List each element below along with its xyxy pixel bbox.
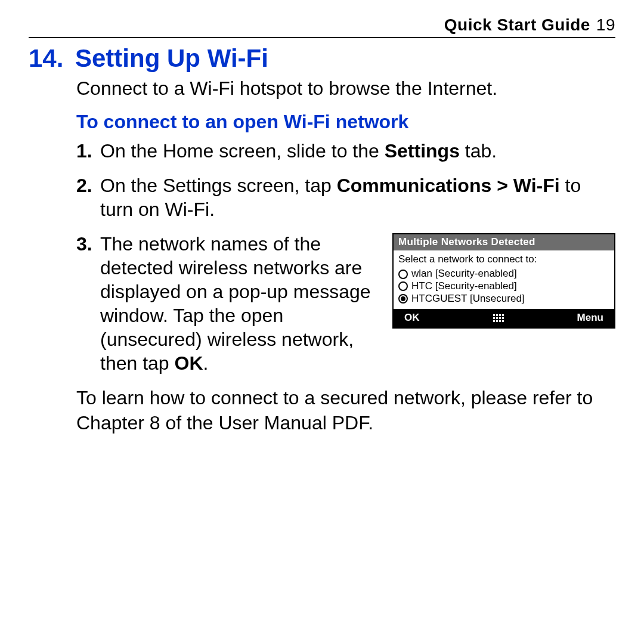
step-number: 2. [76, 174, 94, 221]
step-number: 3. [76, 232, 94, 375]
network-option[interactable]: HTCGUEST [Unsecured] [398, 293, 609, 305]
ok-button[interactable]: OK [404, 312, 420, 324]
step-body: On the Home screen, slide to the Setting… [100, 139, 615, 163]
menu-button[interactable]: Menu [577, 312, 603, 324]
header-label: Quick Start Guide [444, 16, 590, 35]
network-label: HTCGUEST [Unsecured] [411, 293, 525, 305]
popup-prompt: Select a network to connect to: [398, 254, 609, 265]
step-2: 2. On the Settings screen, tap Communica… [76, 174, 615, 221]
apps-grid-icon[interactable] [493, 314, 504, 322]
header-page-number: 19 [596, 16, 615, 35]
closing-paragraph: To learn how to connect to a secured net… [76, 386, 615, 435]
subheading: To connect to an open Wi-Fi network [76, 111, 615, 133]
popup-footer: OK Menu [394, 309, 614, 327]
step-text-pre: On the Home screen, slide to the [100, 140, 385, 162]
step-3: 3. The network names of the detected wir… [76, 232, 615, 375]
manual-page: Quick Start Guide 19 14. Setting Up Wi-F… [0, 0, 644, 435]
step-text-pre: The network names of the detected wirele… [100, 233, 371, 374]
radio-icon [398, 270, 408, 279]
step-body: On the Settings screen, tap Communicatio… [100, 174, 615, 221]
network-option[interactable]: HTC [Security-enabled] [398, 281, 609, 292]
popup-panel: Select a network to connect to: wlan [Se… [394, 250, 614, 309]
step-text-post: . [203, 352, 209, 374]
section-number: 14. [29, 44, 67, 73]
intro-paragraph: Connect to a Wi-Fi hotspot to browse the… [76, 76, 615, 100]
step-text-bold: OK [175, 352, 203, 374]
section-title-text: Setting Up Wi-Fi [75, 44, 268, 73]
step-text-pre: On the Settings screen, tap [100, 175, 337, 196]
radio-icon [398, 281, 408, 291]
step-number: 1. [76, 139, 94, 163]
step-text-bold: Settings [385, 140, 460, 162]
popup-titlebar: Multiple Networks Detected [394, 234, 614, 250]
section-heading: 14. Setting Up Wi-Fi [29, 44, 615, 73]
running-header: Quick Start Guide 19 [29, 16, 615, 38]
step-body: The network names of the detected wirele… [100, 232, 615, 375]
network-option[interactable]: wlan [Security-enabled] [398, 268, 609, 280]
step-text-post: tab. [460, 140, 497, 162]
step-text: The network names of the detected wirele… [100, 232, 378, 375]
network-label: wlan [Security-enabled] [411, 268, 517, 280]
network-label: HTC [Security-enabled] [411, 281, 517, 292]
step-text-bold: Communications > Wi-Fi [337, 175, 560, 196]
radio-selected-icon [398, 294, 408, 304]
device-popup: Multiple Networks Detected Select a netw… [392, 233, 615, 329]
step-list: 1. On the Home screen, slide to the Sett… [76, 139, 615, 375]
step-1: 1. On the Home screen, slide to the Sett… [76, 139, 615, 163]
